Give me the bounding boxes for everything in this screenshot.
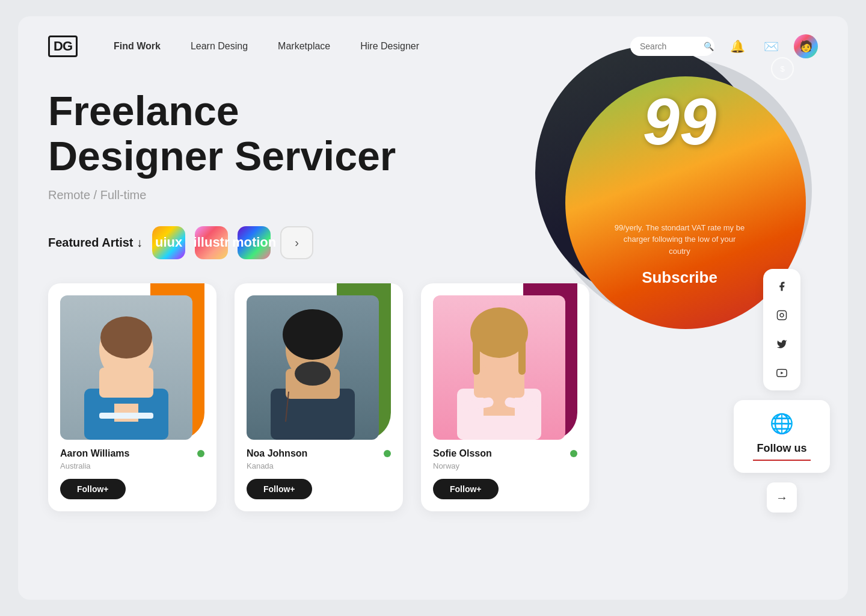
search-input[interactable] bbox=[640, 42, 700, 51]
svg-marker-27 bbox=[781, 372, 783, 375]
arrow-right-button[interactable]: → bbox=[767, 482, 797, 513]
youtube-icon[interactable] bbox=[772, 363, 792, 383]
featured-label: Featured Artist ↓ bbox=[48, 236, 143, 250]
nav-hire-designer[interactable]: Hire Designer bbox=[360, 41, 419, 52]
card-photo-sofie bbox=[433, 295, 565, 440]
svg-rect-25 bbox=[778, 311, 787, 320]
card-name-row-aaron: Aaron Williams bbox=[60, 448, 204, 459]
card-photo-noa bbox=[247, 295, 379, 440]
artist-card-noa: Noa Johnson Kanada Follow+ bbox=[235, 283, 403, 511]
facebook-icon[interactable] bbox=[772, 276, 792, 297]
app-icon-uiux[interactable]: uiux bbox=[152, 226, 185, 259]
subscribe-button[interactable]: Subscribe bbox=[642, 268, 717, 287]
nav-marketplace[interactable]: Marketplace bbox=[278, 41, 330, 52]
artist-location-aaron: Australia bbox=[60, 461, 204, 470]
app-icon-illustr[interactable]: illustr bbox=[195, 226, 228, 259]
follow-us-text: Follow us bbox=[746, 442, 818, 455]
app-icon-next[interactable]: › bbox=[280, 226, 313, 259]
twitter-icon[interactable] bbox=[772, 334, 792, 354]
search-bar[interactable]: 🔍 bbox=[630, 37, 714, 56]
follow-button-sofie[interactable]: Follow+ bbox=[433, 479, 499, 499]
noa-illustration bbox=[253, 301, 373, 440]
follow-button-aaron[interactable]: Follow+ bbox=[60, 479, 126, 499]
aaron-illustration bbox=[66, 301, 186, 440]
notification-icon[interactable]: 🔔 bbox=[726, 35, 748, 57]
online-dot-noa bbox=[384, 450, 391, 457]
artist-location-sofie: Norway bbox=[433, 461, 577, 470]
artist-name-sofie: Sofie Olsson bbox=[433, 448, 492, 459]
artist-card-sofie: Sofie Olsson Norway Follow+ bbox=[421, 283, 589, 511]
follow-us-underline bbox=[753, 460, 811, 461]
price-number: 99 bbox=[643, 88, 716, 155]
uiux-label: uiux bbox=[155, 235, 182, 250]
online-dot-sofie bbox=[570, 450, 577, 457]
card-name-row-noa: Noa Johnson bbox=[247, 448, 391, 459]
mail-icon[interactable]: ✉️ bbox=[760, 35, 782, 57]
currency-badge: $ bbox=[771, 57, 794, 80]
svg-point-11 bbox=[283, 309, 343, 360]
logo-text: DG bbox=[48, 35, 78, 57]
avatar[interactable]: 🧑 bbox=[794, 34, 818, 58]
svg-rect-3 bbox=[99, 368, 153, 398]
main-wrapper: DG Find Work Learn Desing Marketplace Hi… bbox=[18, 16, 848, 600]
svg-rect-21 bbox=[518, 333, 526, 375]
artist-name-noa: Noa Johnson bbox=[247, 448, 307, 459]
search-icon: 🔍 bbox=[704, 42, 714, 51]
card-name-row-sofie: Sofie Olsson bbox=[433, 448, 577, 459]
nav-learn-design[interactable]: Learn Desing bbox=[191, 41, 248, 52]
navbar: DG Find Work Learn Desing Marketplace Hi… bbox=[18, 16, 848, 76]
app-icon-motion[interactable]: motion bbox=[238, 226, 271, 259]
online-dot-aaron bbox=[197, 450, 204, 457]
hero-title: Freelance Designer Servicer bbox=[48, 88, 409, 179]
follow-button-noa[interactable]: Follow+ bbox=[247, 479, 312, 499]
social-sidebar: 🌐 Follow us → bbox=[734, 269, 830, 513]
follow-us-box: 🌐 Follow us bbox=[734, 400, 830, 473]
sofie-illustration bbox=[439, 301, 559, 440]
nav-right: 🔍 🔔 ✉️ 🧑 bbox=[630, 34, 818, 58]
nav-find-work[interactable]: Find Work bbox=[114, 41, 161, 52]
currency-symbol: $ bbox=[780, 64, 784, 73]
nav-links: Find Work Learn Desing Marketplace Hire … bbox=[114, 41, 630, 52]
svg-rect-18 bbox=[474, 369, 524, 398]
cards-row: Aaron Williams Australia Follow+ bbox=[18, 259, 848, 511]
artist-card-aaron: Aaron Williams Australia Follow+ bbox=[48, 283, 216, 511]
motion-label: motion bbox=[232, 235, 276, 250]
artist-location-noa: Kanada bbox=[247, 461, 391, 470]
illustr-label: illustr bbox=[194, 235, 230, 250]
price-description: 99/yerly. The stondart VAT rate my be ch… bbox=[613, 222, 746, 257]
logo[interactable]: DG bbox=[48, 35, 78, 57]
svg-rect-20 bbox=[473, 333, 480, 375]
artist-name-aaron: Aaron Williams bbox=[60, 448, 129, 459]
svg-point-4 bbox=[100, 316, 152, 359]
svg-point-13 bbox=[295, 362, 331, 386]
globe-icon: 🌐 bbox=[746, 412, 818, 435]
instagram-icon[interactable] bbox=[772, 305, 792, 325]
card-photo-aaron bbox=[60, 295, 192, 440]
svg-rect-6 bbox=[99, 413, 153, 419]
social-icons-box bbox=[763, 269, 800, 390]
